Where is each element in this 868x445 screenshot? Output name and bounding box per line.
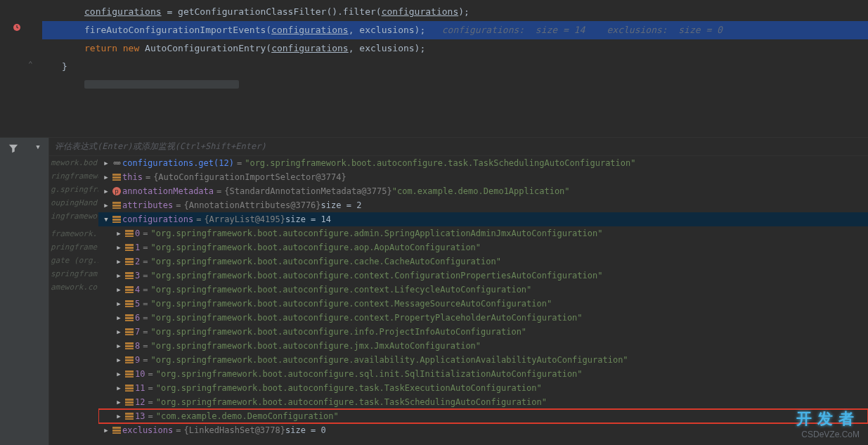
tree-node[interactable]: ▶10 = "org.springframework.boot.autoconf… (98, 367, 868, 381)
parameter-icon: p (111, 187, 122, 195)
svg-rect-6 (112, 202, 121, 204)
expand-icon[interactable]: ▶ (114, 370, 124, 378)
expand-icon[interactable]: ▶ (114, 328, 124, 335)
field-icon (124, 300, 135, 307)
expand-icon[interactable]: ▶ (101, 427, 111, 434)
svg-rect-12 (125, 230, 134, 232)
svg-rect-27 (125, 300, 134, 302)
expand-icon[interactable]: ▶ (114, 342, 124, 349)
var-name: 6 (135, 313, 140, 323)
tree-node[interactable]: ▶11 = "org.springframework.boot.autoconf… (98, 381, 868, 395)
expand-icon[interactable]: ▶ (114, 413, 124, 420)
tree-node[interactable]: ▶exclusions = {LinkedHashSet@3778} size … (98, 423, 868, 437)
svg-rect-15 (125, 244, 134, 246)
horizontal-scrollbar[interactable] (84, 80, 239, 89)
frame-item[interactable]: ringframewo (49, 169, 98, 183)
code-area[interactable]: configurations = getConfigurationClassFi… (42, 0, 868, 137)
frame-item[interactable]: springfram (49, 267, 98, 280)
var-value: "com.example.demo.DemoConfiguration" (156, 411, 339, 421)
expand-icon[interactable]: ▶ (114, 356, 124, 363)
expand-icon[interactable]: ▶ (114, 244, 124, 251)
frame-item[interactable]: mework.bod (49, 156, 98, 169)
tree-node[interactable]: ▶8 = "org.springframework.boot.autoconfi… (98, 339, 868, 353)
tree-node[interactable]: ▶13 = "com.example.demo.DemoConfiguratio… (98, 409, 868, 423)
frame-item[interactable]: framework. (49, 227, 98, 240)
code-line: } (42, 58, 868, 76)
tree-node[interactable]: ▶configurations.get(12) = "org.springfra… (98, 156, 868, 170)
tree-node[interactable]: ▶12 = "org.springframework.boot.autoconf… (98, 395, 868, 409)
tree-node[interactable]: ▶7 = "org.springframework.boot.autoconfi… (98, 325, 868, 339)
equals: = (140, 285, 150, 295)
expand-icon[interactable]: ▶ (114, 286, 124, 293)
variables-tree[interactable]: ▶configurations.get(12) = "org.springfra… (98, 156, 868, 445)
code-line: return new AutoConfigurationEntry(config… (42, 39, 868, 58)
svg-rect-7 (112, 205, 121, 207)
svg-rect-34 (125, 331, 134, 333)
watch-icon (111, 160, 122, 167)
expand-icon[interactable]: ▶ (101, 202, 111, 209)
var-size: size = 0 (285, 425, 326, 435)
frame-item[interactable]: oupingHand (49, 196, 98, 209)
frame-item[interactable]: ingframewo (49, 209, 98, 223)
var-name: configurations (122, 214, 193, 224)
tree-node[interactable]: ▶pannotationMetadata = {StandardAnnotati… (98, 184, 868, 198)
evaluate-input[interactable]: 评估表达式(Enter)或添加监视(Ctrl+Shift+Enter) (49, 138, 868, 156)
tree-node[interactable]: ▼configurations = {ArrayList@4195} size … (98, 212, 868, 226)
field-icon (111, 216, 122, 223)
frame-item[interactable]: g.springfra (49, 183, 98, 196)
frame-item[interactable]: amework.co (49, 280, 98, 294)
frames-list[interactable]: mework.bodringframewog.springfraoupingHa… (49, 156, 98, 445)
expand-icon[interactable]: ▶ (114, 314, 124, 321)
tree-node[interactable]: ▶2 = "org.springframework.boot.autoconfi… (98, 254, 868, 269)
var-name: 12 (135, 397, 145, 407)
equals: = (173, 425, 183, 435)
expand-icon[interactable]: ▶ (114, 385, 124, 392)
tree-node[interactable]: ▶this = {AutoConfigurationImportSelector… (98, 170, 868, 184)
chevron-down-icon[interactable]: ▼ (36, 143, 39, 150)
expand-icon[interactable]: ▶ (114, 300, 124, 307)
frame-item[interactable]: gate (org.s (49, 254, 98, 267)
expand-icon[interactable]: ▶ (101, 188, 111, 195)
expand-icon[interactable]: ▶ (101, 160, 111, 167)
svg-rect-39 (125, 356, 134, 359)
filter-icon[interactable] (8, 143, 18, 155)
expand-icon[interactable]: ▶ (114, 399, 124, 406)
var-name: 5 (135, 299, 140, 309)
svg-rect-50 (125, 404, 134, 406)
svg-rect-45 (125, 385, 134, 387)
expand-icon[interactable]: ▼ (101, 216, 111, 223)
equals: = (173, 200, 183, 210)
svg-rect-28 (125, 303, 134, 305)
var-object: {AnnotationAttributes@3776} (183, 200, 320, 210)
tree-node[interactable]: ▶6 = "org.springframework.boot.autoconfi… (98, 311, 868, 325)
var-name: 4 (135, 285, 140, 295)
tree-node[interactable]: ▶3 = "org.springframework.boot.autoconfi… (98, 269, 868, 283)
expand-icon[interactable]: ▶ (114, 230, 124, 237)
frame-item[interactable]: pringframe (49, 240, 98, 254)
expand-icon[interactable]: ▶ (114, 258, 124, 265)
var-name: configurations.get(12) (122, 158, 234, 168)
equals: = (193, 214, 204, 224)
var-name: 3 (135, 271, 140, 280)
svg-rect-47 (125, 390, 134, 392)
svg-rect-18 (125, 258, 134, 260)
svg-rect-38 (125, 348, 134, 349)
svg-text:p: p (115, 188, 118, 195)
tree-node[interactable]: ▶0 = "org.springframework.boot.autoconfi… (98, 226, 868, 240)
tree-node[interactable]: ▶9 = "org.springframework.boot.autoconfi… (98, 353, 868, 367)
var-value: "org.springframework.boot.autoconfigure.… (150, 327, 526, 337)
svg-rect-11 (112, 221, 121, 223)
tree-node[interactable]: ▶1 = "org.springframework.boot.autoconfi… (98, 240, 868, 254)
var-value: "org.springframework.boot.autoconfigure.… (150, 228, 602, 238)
expand-icon[interactable]: ▶ (101, 174, 111, 181)
code-editor[interactable]: ⌃ configurations = getConfigurationClass… (0, 0, 868, 137)
fold-end-icon[interactable]: ⌃ (28, 60, 33, 69)
tree-node[interactable]: ▶5 = "org.springframework.boot.autoconfi… (98, 297, 868, 311)
tree-node[interactable]: ▶4 = "org.springframework.boot.autoconfi… (98, 283, 868, 297)
var-value: "org.springframework.boot.autoconfigure.… (150, 355, 628, 365)
expand-icon[interactable]: ▶ (114, 272, 124, 279)
breakpoint-icon[interactable] (13, 23, 21, 32)
svg-rect-26 (125, 292, 134, 293)
field-icon (124, 328, 135, 335)
tree-node[interactable]: ▶attributes = {AnnotationAttributes@3776… (98, 198, 868, 212)
